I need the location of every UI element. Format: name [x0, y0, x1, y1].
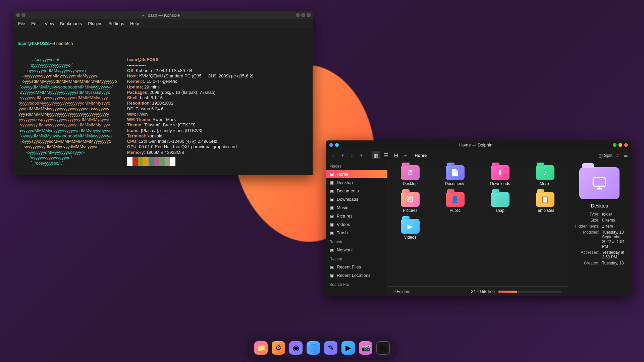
neofetch-row: CPU: 12th Gen Intel i5-12400 (4) @ 2.496… [127, 139, 254, 144]
meta-row: Created:Tuesday, 13 [573, 261, 627, 265]
folder-templates[interactable]: 📋Templates [525, 192, 565, 213]
menu-view[interactable]: View [45, 21, 54, 26]
folder-label: Desktop [403, 181, 418, 186]
menu-help[interactable]: Help [130, 21, 139, 26]
folder-desktop[interactable]: 🖥Desktop [390, 165, 430, 186]
folder-icon: 🖼 [401, 192, 420, 207]
sidebar-item-label: Documents [337, 188, 359, 193]
screenshot-app[interactable]: 📷 [359, 341, 372, 355]
menu-settings[interactable]: Settings [108, 21, 124, 26]
folder-public[interactable]: 👤Public [435, 192, 475, 213]
breadcrumb-caret-icon[interactable]: ▸ [402, 152, 409, 159]
sidebar-item-documents[interactable]: ▣Documents [326, 187, 387, 195]
videos-icon: ▣ [329, 222, 334, 227]
prompt-command: neofetch [56, 41, 73, 46]
sidebar-item-pictures[interactable]: ▣Pictures [326, 212, 387, 220]
terminal-app[interactable]: ▶ [341, 341, 355, 355]
media-app[interactable]: ◉ [289, 341, 303, 355]
window-pin-icon[interactable] [335, 143, 339, 147]
breadcrumb[interactable]: Home [415, 153, 427, 158]
sidebar-item-music[interactable]: ▣Music [326, 203, 387, 212]
maximize-button[interactable] [619, 143, 622, 147]
neofetch-row: Host: KVM/QEMU (Standard PC (Q35 + ICH9,… [127, 73, 254, 79]
folder-music[interactable]: ♪Music [525, 165, 565, 186]
sidebar-item-home[interactable]: ▣Home [326, 170, 387, 178]
minimize-button[interactable] [296, 13, 300, 17]
neofetch-row: Memory: 1906MiB / 3923MiB [127, 150, 254, 155]
downloads-icon: ▣ [329, 197, 334, 202]
sidebar-item-label: Music [337, 205, 348, 210]
meta-row: Hidden items:1 item [573, 224, 627, 229]
neofetch-ascii: .:/ossyyyysso/:. .:oyyyyyyyyyyyyyyyyo:` … [17, 57, 117, 166]
folder-snap[interactable]: snap [480, 192, 520, 213]
compact-view-button[interactable]: ☰ [382, 151, 390, 159]
split-button[interactable]: ◫Split [599, 153, 612, 158]
folder-icon: ♪ [536, 165, 554, 180]
recent-files-icon: ▣ [329, 265, 334, 269]
neofetch-row: DE: Plasma 5.24.6 [127, 106, 254, 112]
menu-plugins[interactable]: Plugins [88, 21, 102, 26]
neofetch-row: Theme: [Plasma], Breeze [GTK2/3] [127, 122, 254, 128]
konsole-menubar: FileEditViewBookmarksPluginsSettingsHelp [14, 19, 313, 28]
hamburger-menu-button[interactable]: ☰ [624, 153, 628, 158]
window-pin-icon[interactable] [21, 13, 25, 17]
sidebar-item-recent-locations[interactable]: ▣Recent Locations [326, 271, 387, 280]
sidebar-item-network[interactable]: ▣Network [326, 246, 387, 254]
network-icon: ▣ [329, 248, 334, 252]
status-bar: 9 Folders 24.4 GiB free [387, 286, 568, 296]
sidebar-item-label: Desktop [337, 180, 353, 185]
folder-downloads[interactable]: ⬇Downloads [480, 165, 520, 186]
maximize-button[interactable] [301, 13, 305, 17]
menu-edit[interactable]: Edit [31, 21, 39, 26]
dolphin-main[interactable]: 🖥Desktop📄Documents⬇Downloads♪Music🖼Pictu… [387, 161, 568, 296]
sidebar-recent-head: Recent [326, 254, 387, 263]
browser-app[interactable]: 🌐 [307, 341, 320, 355]
dolphin-titlebar[interactable]: Home — Dolphin [326, 140, 631, 149]
folder-pictures[interactable]: 🖼Pictures [390, 192, 430, 213]
minimize-button[interactable] [613, 143, 616, 147]
konsole-titlebar[interactable]: ~ : bash — Konsole [14, 11, 313, 19]
folder-label: Templates [536, 208, 554, 213]
icon-view-button[interactable]: ▦ [372, 151, 380, 159]
folder-icon: ▶ [401, 219, 420, 234]
folder-videos[interactable]: ▶Videos [390, 219, 430, 240]
folder-documents[interactable]: 📄Documents [435, 165, 475, 186]
back-button[interactable]: ‹ [329, 152, 337, 159]
menu-file[interactable]: File [18, 21, 25, 26]
dolphin-toolbar: ‹ ▾ › ▾ ▦ ☰ ⊞ ▸ Home ◫Split ⌕ ☰ [326, 149, 631, 161]
folder-icon: 📋 [536, 192, 554, 207]
details-panel: Desktop Type:folderSize:0 itemsHidden it… [568, 161, 631, 296]
sidebar-item-desktop[interactable]: ▣Desktop [326, 178, 387, 187]
neofetch-title: team@ItsFOSS [127, 57, 254, 62]
details-preview-icon [579, 167, 620, 199]
dolphin-title: Home — Dolphin [459, 142, 492, 147]
status-folders: 9 Folders [393, 289, 410, 294]
sidebar-item-recent-files[interactable]: ▣Recent Files [326, 263, 387, 271]
sidebar-item-label: Trash [337, 230, 348, 235]
files-app[interactable]: 📁 [254, 341, 268, 355]
sidebar-item-downloads[interactable]: ▣Downloads [326, 195, 387, 203]
sidebar-search-head: Search For [326, 280, 387, 288]
editor-app[interactable]: ✎ [324, 341, 337, 355]
forward-history-button[interactable]: ▾ [358, 152, 365, 159]
menu-bookmarks[interactable]: Bookmarks [60, 21, 82, 26]
svg-rect-0 [593, 178, 606, 186]
sidebar-places-head: Places [326, 161, 387, 170]
back-history-button[interactable]: ▾ [339, 152, 346, 159]
search-button[interactable]: ⌕ [616, 152, 620, 158]
close-button[interactable] [624, 143, 628, 147]
forward-button[interactable]: › [348, 152, 356, 159]
details-view-button[interactable]: ⊞ [392, 151, 400, 159]
sidebar-item-label: Downloads [337, 197, 358, 202]
neofetch-sep: ------------- [127, 63, 254, 68]
sidebar-item-trash[interactable]: ▣Trash [326, 229, 387, 237]
settings-app[interactable]: ⚙ [272, 341, 285, 355]
clock-app[interactable]: ◴ [376, 341, 390, 355]
close-button[interactable] [307, 13, 311, 17]
window-app-icon [16, 13, 20, 17]
folder-icon: 🖥 [401, 165, 420, 180]
meta-row: Modified:Tuesday, 13 September, 2022 at … [573, 230, 627, 249]
dock: 📁⚙◉🌐✎▶📷◴ [249, 338, 395, 358]
terminal-area[interactable]: team@ItsFOSS:~$ neofetch .:/ossyyyysso/:… [14, 28, 313, 175]
sidebar-item-videos[interactable]: ▣Videos [326, 220, 387, 229]
